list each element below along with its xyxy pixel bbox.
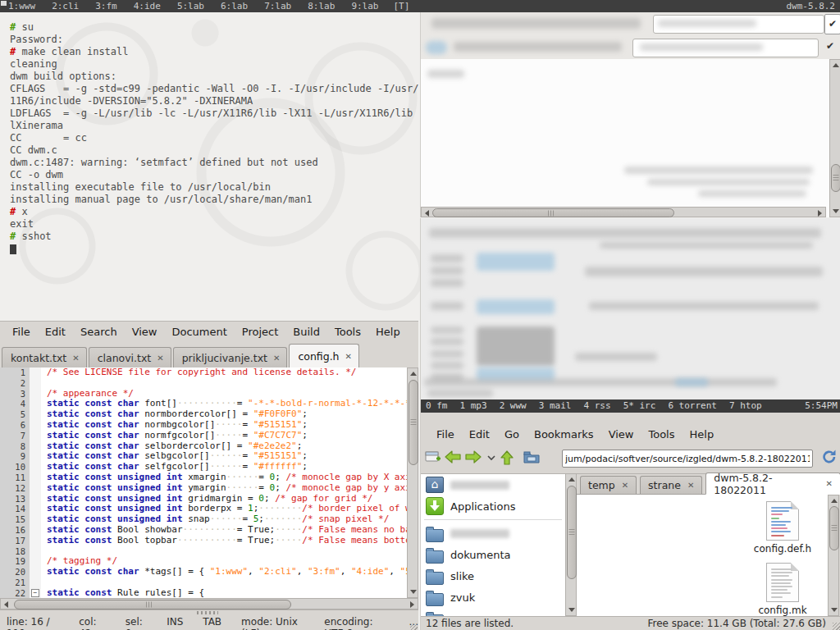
editor-hscrollbar-thumb[interactable] [14, 600, 291, 609]
browser-hscrollbar-thumb[interactable] [432, 208, 674, 217]
dwm-tag-2-cli[interactable]: 2:cli [43, 0, 87, 12]
sidebar-item-slike[interactable]: slike [421, 565, 565, 587]
close-icon[interactable]: ✕ [826, 479, 833, 488]
scroll-up-icon[interactable] [831, 499, 838, 503]
screen-window-4[interactable]: 4 rss [584, 399, 611, 413]
dwm-tag-7-lab[interactable]: 7:lab [256, 0, 299, 12]
editor-menu-tools[interactable]: Tools [327, 326, 368, 338]
scroll-up-icon[interactable] [833, 63, 839, 67]
screen-window-1[interactable]: 1 mp3 [460, 399, 487, 413]
editor-menu-help[interactable]: Help [368, 326, 408, 338]
editor-menu-edit[interactable]: Edit [38, 326, 73, 338]
fm-tab-strane[interactable]: strane✕ [640, 476, 702, 494]
home-button[interactable] [523, 450, 541, 464]
files-scrollbar[interactable] [828, 495, 839, 616]
dwm-tag-1-www[interactable]: 1:www [0, 0, 43, 12]
file-config.mk[interactable]: config.mk [743, 563, 822, 616]
sidebar-item-zvuk[interactable]: zvuk [421, 587, 565, 608]
reload-button[interactable] [821, 450, 838, 464]
sidebar-scrollbar[interactable] [565, 473, 577, 616]
fm-tab-temp[interactable]: temp✕ [580, 476, 637, 494]
browser-hscrollbar[interactable] [421, 207, 826, 217]
fm-tab-dwm-5.8.2-18022011[interactable]: dwm-5.8.2-18022011✕ [705, 472, 840, 495]
close-icon[interactable]: ✕ [72, 354, 79, 363]
scroll-right-icon[interactable] [410, 601, 414, 608]
editor-hscrollbar[interactable] [0, 598, 418, 609]
forward-button[interactable] [464, 450, 482, 464]
scroll-left-icon[interactable] [425, 210, 429, 217]
scroll-up-icon[interactable] [410, 372, 417, 376]
sidebar-item-applications[interactable]: Applications [421, 495, 565, 517]
dwm-tag-3-fm[interactable]: 3:fm [87, 0, 126, 12]
dropdown-button[interactable]: ✔ [824, 14, 840, 34]
scroll-right-icon[interactable] [818, 210, 822, 217]
address-input[interactable] [562, 450, 813, 468]
code-editor-area[interactable]: 1/* See LICENSE file for copyright and l… [0, 368, 407, 598]
editor-vscrollbar-thumb[interactable] [409, 380, 418, 465]
scroll-down-icon[interactable] [410, 590, 417, 594]
sidebar-item[interactable] [421, 523, 565, 544]
editor-menu-document[interactable]: Document [164, 326, 234, 338]
resize-grip[interactable] [410, 623, 418, 630]
fm-menu-tools[interactable]: Tools [641, 428, 682, 441]
sidebar-item-dokumenta[interactable]: dokumenta [421, 544, 565, 565]
editor-menu-project[interactable]: Project [235, 326, 285, 338]
check-icon[interactable]: ✔ [826, 40, 834, 52]
fm-menu-view[interactable]: View [601, 428, 641, 441]
screen-window-5[interactable]: 5* irc [623, 399, 656, 413]
editor-menu-build[interactable]: Build [285, 326, 327, 338]
fm-menu-edit[interactable]: Edit [462, 428, 497, 441]
scroll-left-icon[interactable] [4, 601, 8, 608]
files-scrollbar-thumb[interactable] [829, 506, 839, 550]
sidebar-scrollbar-thumb[interactable] [567, 486, 577, 579]
dwm-tag-9-lab[interactable]: 9:lab [343, 0, 386, 12]
close-icon[interactable]: ✕ [687, 481, 694, 490]
editor-tab-clanovi.txt[interactable]: clanovi.txt✕ [89, 347, 171, 368]
fm-menu-file[interactable]: File [429, 428, 462, 441]
address-field[interactable] [632, 39, 819, 57]
search-field[interactable] [653, 15, 824, 34]
screen-window-3[interactable]: 3 mail [539, 399, 572, 413]
close-icon[interactable]: ✕ [345, 352, 352, 361]
fm-menu-go[interactable]: Go [497, 428, 527, 441]
editor-tab-kontakt.txt[interactable]: kontakt.txt✕ [2, 347, 87, 368]
editor-vscrollbar[interactable] [407, 368, 418, 598]
file-config.def.h[interactable]: config.def.h [743, 501, 822, 555]
browser-vscrollbar[interactable] [829, 59, 840, 217]
editor-menu-file[interactable]: File [5, 326, 38, 338]
editor-tab-config.h[interactable]: config.h✕ [289, 344, 359, 368]
dwm-tag-4-ide[interactable]: 4:ide [126, 0, 169, 12]
up-button[interactable] [500, 450, 514, 466]
history-dropdown-button[interactable] [486, 454, 496, 461]
blurred-terminal-window[interactable]: 0 fm1 mp32 www3 mail4 rss5* irc6 torrent… [420, 218, 840, 413]
screen-window-7[interactable]: 7 htop [729, 399, 762, 413]
browser-content[interactable] [421, 59, 829, 207]
fm-menu-help[interactable]: Help [682, 428, 722, 441]
fm-file-list[interactable]: config.def.hconfig.hconfig.mk⚙dwm [577, 495, 828, 616]
editor-tab-prikljucivanje.txt[interactable]: prikljucivanje.txt✕ [173, 347, 288, 368]
editor-menu-search[interactable]: Search [73, 326, 125, 338]
back-button[interactable] [444, 450, 462, 464]
scroll-down-icon[interactable] [833, 209, 839, 213]
new-tab-button[interactable] [424, 450, 442, 464]
dwm-tag-8-lab[interactable]: 8:lab [299, 0, 343, 12]
splitter-handle[interactable] [197, 611, 218, 614]
close-icon[interactable]: ✕ [273, 354, 280, 363]
terminal-window[interactable]: # suPassword:# make clean installcleanin… [0, 12, 418, 321]
scroll-down-icon[interactable] [831, 608, 838, 612]
editor-menu-view[interactable]: View [125, 326, 165, 338]
screen-window-0[interactable]: 0 fm [426, 399, 448, 413]
browser-vscrollbar-thumb[interactable] [831, 164, 840, 192]
resize-grip[interactable] [833, 623, 840, 630]
dwm-tag-5-lab[interactable]: 5:lab [169, 0, 212, 12]
scroll-up-icon[interactable] [568, 477, 575, 482]
close-icon[interactable]: ✕ [622, 481, 628, 490]
fm-menu-bookmarks[interactable]: Bookmarks [527, 428, 601, 441]
screen-window-6[interactable]: 6 torrent [668, 399, 717, 413]
dwm-tag-6-lab[interactable]: 6:lab [212, 0, 256, 12]
screen-window-2[interactable]: 2 www [500, 399, 527, 413]
dwm-layout-symbol[interactable]: [T] [387, 0, 417, 12]
fold-icon[interactable]: − [31, 589, 39, 597]
sidebar-item[interactable]: ⌂ [421, 474, 565, 495]
scroll-down-icon[interactable] [568, 608, 575, 612]
